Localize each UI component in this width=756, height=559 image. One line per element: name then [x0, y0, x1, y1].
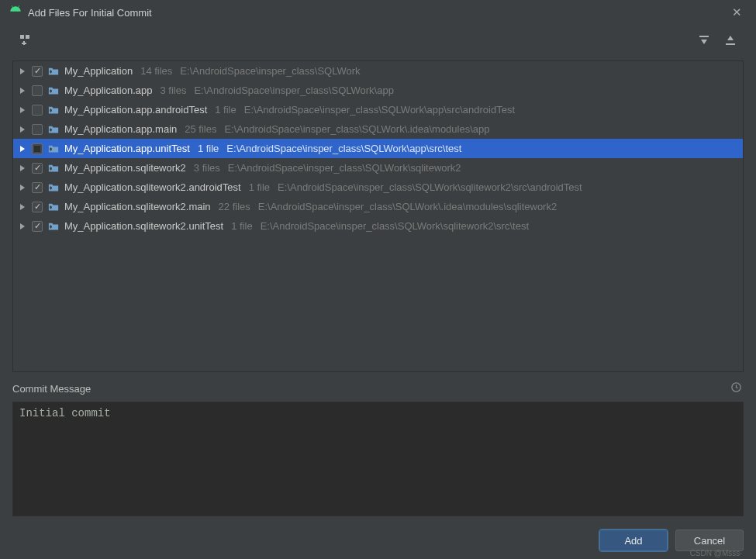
tree-item-path: E:\AndroidSpace\insper_class\SQLWork\app: [194, 85, 394, 96]
svg-rect-3: [22, 43, 26, 44]
svg-rect-5: [726, 43, 735, 45]
svg-rect-19: [50, 186, 51, 189]
tree-item-filecount: 3 files: [160, 85, 186, 96]
svg-rect-17: [50, 167, 51, 170]
chevron-right-icon[interactable]: [18, 185, 27, 191]
tree-item-name: My_Application.app.main: [64, 123, 177, 135]
tree-item-name: My_Application.app: [64, 85, 152, 96]
tree-item-path: E:\AndroidSpace\insper_class\SQLWork\sql…: [228, 162, 461, 174]
module-folder-icon: [47, 65, 60, 78]
android-icon: [9, 5, 22, 20]
tree-row[interactable]: My_Application.sqlitework2.unitTest1 fil…: [13, 216, 743, 236]
window-title: Add Files For Initial Commit: [28, 7, 727, 19]
tree-item-filecount: 1 file: [198, 143, 219, 154]
tree-row[interactable]: My_Application.sqlitework2.androidTest1 …: [13, 178, 743, 197]
tree-row[interactable]: My_Application.app3 filesE:\AndroidSpace…: [13, 81, 743, 100]
tree-checkbox[interactable]: [32, 105, 43, 116]
tree-item-path: E:\AndroidSpace\insper_class\SQLWork\.id…: [224, 123, 489, 135]
tree-checkbox[interactable]: [32, 202, 43, 212]
svg-rect-7: [50, 70, 51, 73]
tree-item-path: E:\AndroidSpace\insper_class\SQLWork\app…: [244, 104, 515, 116]
module-folder-icon: [47, 143, 60, 155]
module-folder-icon: [47, 201, 60, 213]
tree-checkbox[interactable]: [32, 143, 43, 154]
file-tree[interactable]: My_Application14 filesE:\AndroidSpace\in…: [12, 60, 744, 372]
chevron-right-icon[interactable]: [18, 126, 27, 133]
tree-item-name: My_Application: [64, 65, 133, 77]
tree-item-filecount: 22 files: [219, 201, 250, 212]
svg-rect-4: [699, 36, 709, 37]
chevron-right-icon[interactable]: [18, 146, 27, 152]
svg-rect-9: [50, 89, 51, 92]
chevron-right-icon[interactable]: [18, 204, 27, 210]
svg-rect-11: [50, 109, 51, 112]
chevron-right-icon[interactable]: [18, 223, 27, 229]
tree-item-name: My_Application.sqlitework2.androidTest: [64, 181, 241, 193]
svg-rect-0: [20, 35, 24, 39]
chevron-right-icon[interactable]: [18, 88, 27, 94]
tree-item-filecount: 25 files: [185, 123, 216, 135]
tree-item-path: E:\AndroidSpace\insper_class\SQLWork\app…: [226, 143, 461, 154]
tree-checkbox[interactable]: [32, 163, 43, 174]
tree-item-path: E:\AndroidSpace\insper_class\SQLWork\sql…: [261, 220, 529, 232]
svg-rect-23: [50, 225, 51, 228]
tree-checkbox[interactable]: [32, 221, 43, 232]
chevron-right-icon[interactable]: [18, 107, 27, 113]
tree-item-filecount: 1 file: [215, 104, 236, 116]
cancel-button[interactable]: Cancel: [675, 530, 744, 551]
tree-checkbox[interactable]: [32, 66, 43, 77]
module-folder-icon: [47, 104, 60, 116]
tree-row[interactable]: My_Application14 filesE:\AndroidSpace\in…: [13, 61, 743, 81]
tree-item-name: My_Application.sqlitework2.main: [64, 201, 211, 212]
tree-checkbox[interactable]: [32, 85, 43, 96]
chevron-right-icon[interactable]: [18, 68, 27, 74]
add-button[interactable]: Add: [599, 530, 668, 551]
module-folder-icon: [47, 181, 60, 194]
tree-item-name: My_Application.app.unitTest: [64, 143, 190, 154]
tree-item-filecount: 3 files: [194, 162, 220, 174]
module-folder-icon: [47, 123, 60, 136]
tree-row[interactable]: My_Application.app.main25 filesE:\Androi…: [13, 119, 743, 139]
tree-item-filecount: 14 files: [140, 65, 172, 77]
svg-rect-1: [26, 35, 29, 39]
svg-rect-15: [50, 147, 51, 150]
expand-all-icon[interactable]: [696, 32, 713, 49]
tree-item-filecount: 1 file: [231, 220, 252, 232]
close-icon[interactable]: ✕: [727, 2, 747, 22]
show-diff-icon[interactable]: [17, 32, 34, 49]
svg-rect-13: [50, 128, 51, 131]
module-folder-icon: [47, 85, 60, 97]
tree-item-name: My_Application.sqlitework2.unitTest: [64, 220, 223, 232]
tree-row[interactable]: My_Application.sqlitework2.main22 filesE…: [13, 197, 743, 216]
tree-checkbox[interactable]: [32, 124, 43, 135]
tree-item-name: My_Application.sqlitework2: [64, 162, 186, 174]
commit-message-input[interactable]: [12, 402, 744, 516]
tree-item-filecount: 1 file: [249, 181, 270, 193]
tree-item-name: My_Application.app.androidTest: [64, 104, 207, 116]
commit-message-label: Commit Message: [12, 383, 729, 395]
tree-row[interactable]: My_Application.app.unitTest1 fileE:\Andr…: [13, 139, 743, 158]
watermark: CSDN @Msss·: [690, 549, 742, 557]
chevron-right-icon[interactable]: [18, 165, 27, 171]
svg-rect-21: [50, 205, 51, 209]
module-folder-icon: [47, 162, 60, 174]
tree-row[interactable]: My_Application.app.androidTest1 fileE:\A…: [13, 100, 743, 119]
history-icon[interactable]: [729, 380, 744, 397]
collapse-all-icon[interactable]: [722, 32, 739, 49]
module-folder-icon: [47, 220, 60, 233]
tree-checkbox[interactable]: [32, 182, 43, 193]
tree-row[interactable]: My_Application.sqlitework23 filesE:\Andr…: [13, 158, 743, 178]
tree-item-path: E:\AndroidSpace\insper_class\SQLWork: [180, 65, 360, 77]
tree-item-path: E:\AndroidSpace\insper_class\SQLWork\.id…: [258, 201, 557, 212]
tree-item-path: E:\AndroidSpace\insper_class\SQLWork\sql…: [278, 181, 582, 193]
